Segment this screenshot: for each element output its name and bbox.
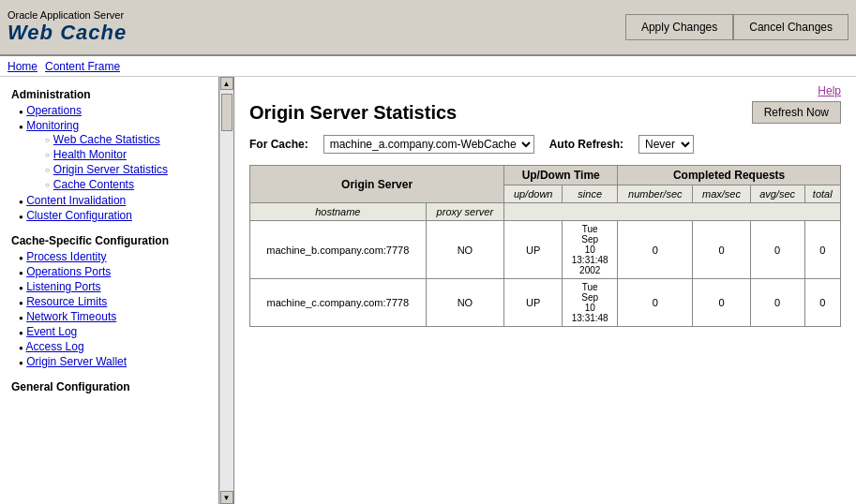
sidebar-item-listening-ports: ● Listening Ports bbox=[4, 279, 215, 294]
content-area[interactable]: Help Origin Server Statistics Refresh No… bbox=[234, 77, 856, 504]
origin-server-statistics-link[interactable]: Origin Server Statistics bbox=[53, 163, 168, 176]
monitoring-sublist: ○ Web Cache Statistics ○ Health Monitor … bbox=[19, 132, 207, 192]
sidebar-item-origin-server-statistics: ○ Origin Server Statistics bbox=[19, 162, 207, 177]
sidebar-item-web-cache-statistics: ○ Web Cache Statistics bbox=[19, 132, 207, 147]
col-updown-time: Up/Down Time bbox=[504, 166, 618, 185]
td-max-sec: 0 bbox=[693, 221, 750, 279]
general-config-section-title: General Configuration bbox=[4, 377, 215, 395]
stats-tbody: machine_b.company.com:7778 NO UP TueSep1… bbox=[250, 221, 841, 327]
td-hostname: machine_b.company.com:7778 bbox=[250, 221, 427, 279]
for-cache-label: For Cache: bbox=[249, 138, 308, 151]
content-frame-link[interactable]: Content Frame bbox=[45, 60, 120, 73]
td-total: 0 bbox=[804, 221, 840, 279]
sidebar-item-process-identity: ● Process Identity bbox=[4, 249, 215, 264]
col-origin-server: Origin Server bbox=[250, 166, 504, 203]
subh-avg-sec: avg/sec bbox=[750, 185, 804, 203]
td-proxy-server: NO bbox=[426, 221, 504, 279]
origin-server-wallet-link[interactable]: Origin Server Wallet bbox=[26, 355, 127, 368]
sidebar-item-health-monitor: ○ Health Monitor bbox=[19, 147, 207, 162]
access-log-link[interactable]: Access Log bbox=[26, 340, 84, 353]
subh-hostname: hostname bbox=[250, 203, 427, 221]
sidebar: Administration ● Operations ● Monitoring… bbox=[0, 77, 218, 504]
sidebar-item-cluster-configuration: ● Cluster Configuration bbox=[4, 208, 215, 223]
header-branding: Oracle Application Server Web Cache bbox=[8, 9, 127, 45]
subh-number-sec: number/sec bbox=[618, 185, 693, 203]
operations-link[interactable]: Operations bbox=[26, 104, 82, 117]
td-since: TueSep1013:31:48 bbox=[563, 279, 618, 327]
cache-config-section-title: Cache-Specific Configuration bbox=[4, 230, 215, 249]
sidebar-item-origin-server-wallet: ● Origin Server Wallet bbox=[4, 354, 215, 369]
scroll-thumb[interactable] bbox=[221, 94, 233, 131]
sidebar-item-monitoring: ● Monitoring ○ Web Cache Statistics ○ He… bbox=[4, 118, 215, 193]
network-timeouts-link[interactable]: Network Timeouts bbox=[26, 310, 116, 323]
td-number-sec: 0 bbox=[618, 221, 693, 279]
td-avg-sec: 0 bbox=[750, 279, 804, 327]
sidebar-item-operations-ports: ● Operations Ports bbox=[4, 264, 215, 279]
cache-contents-link[interactable]: Cache Contents bbox=[53, 178, 134, 191]
nav-bar: Home Content Frame bbox=[0, 56, 856, 77]
web-cache-statistics-link[interactable]: Web Cache Statistics bbox=[53, 133, 160, 146]
stats-table: Origin Server Up/Down Time Completed Req… bbox=[249, 165, 841, 327]
scroll-down-arrow[interactable]: ▼ bbox=[220, 491, 233, 504]
subh-since: since bbox=[563, 185, 618, 203]
td-max-sec: 0 bbox=[693, 279, 750, 327]
health-monitor-link[interactable]: Health Monitor bbox=[53, 148, 127, 161]
page-title: Origin Server Statistics bbox=[249, 102, 457, 124]
td-since: TueSep1013:31:482002 bbox=[563, 221, 618, 279]
admin-section-title: Administration bbox=[4, 84, 215, 103]
scroll-up-arrow[interactable]: ▲ bbox=[220, 77, 233, 90]
scroll-track[interactable] bbox=[220, 90, 233, 491]
event-log-link[interactable]: Event Log bbox=[26, 325, 77, 338]
operations-ports-link[interactable]: Operations Ports bbox=[26, 265, 111, 278]
admin-list: ● Operations ● Monitoring ○ Web Cache St… bbox=[4, 103, 215, 223]
sidebar-scrollbar[interactable]: ▲ ▼ bbox=[218, 77, 233, 504]
cluster-configuration-link[interactable]: Cluster Configuration bbox=[26, 209, 132, 222]
table-row: machine_b.company.com:7778 NO UP TueSep1… bbox=[250, 221, 841, 279]
header-title-main: Web Cache bbox=[8, 21, 127, 45]
auto-refresh-select[interactable]: Never bbox=[638, 135, 694, 154]
process-identity-link[interactable]: Process Identity bbox=[26, 250, 106, 263]
cache-select[interactable]: machine_a.company.com-WebCache bbox=[323, 135, 534, 154]
header: Oracle Application Server Web Cache Appl… bbox=[0, 0, 856, 56]
td-updown: UP bbox=[504, 279, 563, 327]
sidebar-item-resource-limits: ● Resource Limits bbox=[4, 294, 215, 309]
filter-row: For Cache: machine_a.company.com-WebCach… bbox=[249, 135, 841, 154]
listening-ports-link[interactable]: Listening Ports bbox=[26, 280, 100, 293]
monitoring-link[interactable]: Monitoring bbox=[26, 119, 79, 132]
td-total: 0 bbox=[804, 279, 840, 327]
sidebar-wrapper: Administration ● Operations ● Monitoring… bbox=[0, 77, 234, 504]
subh-proxy-server: proxy server bbox=[426, 203, 504, 221]
table-row: machine_c.company.com:7778 NO UP TueSep1… bbox=[250, 279, 841, 327]
subh-max-sec: max/sec bbox=[693, 185, 750, 203]
subh-total: total bbox=[804, 185, 840, 203]
refresh-now-button[interactable]: Refresh Now bbox=[752, 101, 841, 124]
td-hostname: machine_c.company.com:7778 bbox=[250, 279, 427, 327]
col-completed-requests: Completed Requests bbox=[618, 166, 841, 185]
help-link[interactable]: Help bbox=[249, 84, 841, 97]
main-layout: Administration ● Operations ● Monitoring… bbox=[0, 77, 856, 504]
cancel-changes-button[interactable]: Cancel Changes bbox=[733, 14, 848, 40]
sidebar-item-event-log: ● Event Log bbox=[4, 324, 215, 339]
resource-limits-link[interactable]: Resource Limits bbox=[26, 295, 107, 308]
subh-updown: up/down bbox=[504, 185, 563, 203]
cache-config-list: ● Process Identity ● Operations Ports ● … bbox=[4, 249, 215, 369]
td-number-sec: 0 bbox=[618, 279, 693, 327]
td-proxy-server: NO bbox=[426, 279, 504, 327]
td-updown: UP bbox=[504, 221, 563, 279]
auto-refresh-label: Auto Refresh: bbox=[549, 138, 623, 151]
td-avg-sec: 0 bbox=[750, 221, 804, 279]
sidebar-item-cache-contents: ○ Cache Contents bbox=[19, 177, 207, 192]
sidebar-item-access-log: ● Access Log bbox=[4, 339, 215, 354]
sidebar-item-content-invalidation: ● Content Invalidation bbox=[4, 193, 215, 208]
sidebar-item-network-timeouts: ● Network Timeouts bbox=[4, 309, 215, 324]
home-link[interactable]: Home bbox=[8, 60, 38, 73]
content-inner: Help Origin Server Statistics Refresh No… bbox=[234, 77, 856, 334]
page-heading-row: Origin Server Statistics Refresh Now bbox=[249, 101, 841, 124]
header-title-top: Oracle Application Server bbox=[8, 9, 127, 21]
content-invalidation-link[interactable]: Content Invalidation bbox=[26, 194, 126, 207]
apply-changes-button[interactable]: Apply Changes bbox=[625, 14, 733, 40]
header-actions: Apply Changes Cancel Changes bbox=[625, 14, 848, 40]
sidebar-item-operations: ● Operations bbox=[4, 103, 215, 118]
